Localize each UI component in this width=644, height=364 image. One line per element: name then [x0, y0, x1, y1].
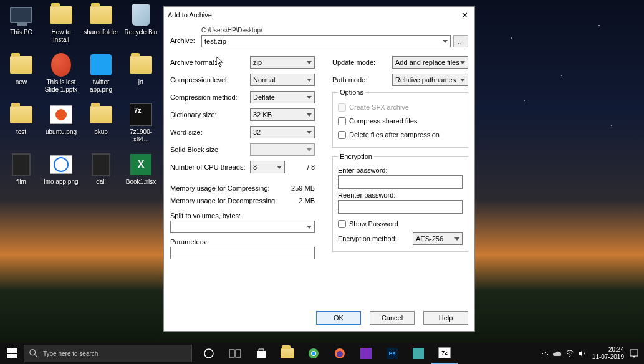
svg-rect-12: [630, 350, 638, 356]
compress-shared-checkbox[interactable]: [338, 117, 346, 125]
cpu-threads-select[interactable]: 8: [250, 161, 285, 173]
desktop-icon[interactable]: dail: [82, 152, 120, 186]
film-icon: [89, 152, 113, 177]
update-mode-select[interactable]: Add and replace files: [392, 56, 468, 69]
taskbar-7zip-icon[interactable]: 7z: [431, 343, 458, 364]
desktop-icon[interactable]: This PC: [2, 2, 40, 44]
tray-wifi-icon[interactable]: [564, 343, 576, 364]
browse-button[interactable]: ...: [453, 35, 468, 47]
parameters-label: Parameters:: [170, 238, 315, 246]
clock[interactable]: 20:2411-07-2019: [589, 346, 628, 361]
notifications-icon[interactable]: [628, 343, 640, 364]
task-view-icon[interactable]: [222, 343, 248, 364]
archive-format-select[interactable]: zip: [250, 56, 315, 69]
delete-after-checkbox[interactable]: [338, 131, 346, 139]
desktop-icon[interactable]: jrt: [122, 52, 160, 93]
tw-icon: [89, 52, 113, 77]
parameters-input[interactable]: [170, 247, 315, 259]
show-password-checkbox[interactable]: [338, 220, 346, 228]
mem-compress-label: Memory usage for Compressing:: [170, 184, 270, 192]
desktop-icon[interactable]: sharedfolder: [82, 2, 120, 44]
desktop-icon[interactable]: ubuntu.png: [42, 102, 80, 143]
taskbar-chrome-icon[interactable]: [300, 343, 327, 364]
svg-rect-5: [257, 351, 266, 358]
taskbar-onenote-icon[interactable]: [353, 343, 379, 364]
search-input[interactable]: Type here to search: [24, 345, 192, 362]
desktop-icon-label: ubuntu.png: [46, 128, 77, 136]
desktop-icon[interactable]: test: [2, 102, 40, 143]
desktop-icon-label: film: [16, 178, 26, 186]
folder-icon: [128, 52, 153, 77]
mem-decompress-value: 2 MB: [299, 197, 315, 204]
xls-icon: X: [128, 152, 153, 177]
film-icon: [9, 152, 34, 177]
delete-after-label: Delete files after compression: [349, 131, 440, 138]
desktop-icon[interactable]: twitter app.png: [82, 52, 120, 93]
desktop-icon[interactable]: 7z1900-x64...: [122, 102, 160, 143]
desktop-icon[interactable]: film: [2, 152, 40, 186]
cortana-icon[interactable]: [196, 343, 222, 364]
ppt-icon: [49, 52, 74, 77]
path-mode-label: Path mode:: [332, 76, 392, 84]
archive-name-combo[interactable]: test.zip: [201, 35, 451, 47]
titlebar[interactable]: Add to Archive ✕: [164, 7, 474, 23]
desktop-icon-label: test: [16, 128, 26, 136]
create-sfx-checkbox: [338, 103, 346, 112]
archive-path: C:\Users\HP\Desktop\: [201, 27, 468, 34]
ok-button[interactable]: OK: [316, 311, 361, 325]
system-tray: 20:2411-07-2019: [539, 343, 644, 364]
close-button[interactable]: ✕: [458, 9, 471, 21]
taskbar-app-icon[interactable]: [405, 343, 431, 364]
cancel-button[interactable]: Cancel: [370, 311, 415, 325]
svg-point-8: [312, 352, 315, 355]
mem-decompress-label: Memory usage for Decompressing:: [170, 197, 277, 204]
pc-icon: [9, 2, 34, 27]
svg-point-2: [204, 349, 213, 358]
tray-onedrive-icon[interactable]: [551, 343, 564, 364]
search-placeholder: Type here to search: [43, 350, 98, 357]
enc-method-select[interactable]: AES-256: [413, 232, 463, 245]
desktop-icon[interactable]: bkup: [82, 102, 120, 143]
create-sfx-label: Create SFX archive: [349, 103, 409, 111]
folder-icon: [49, 2, 74, 27]
desktop-icon-label: This is lest Slide 1.pptx: [42, 79, 80, 93]
start-button[interactable]: [0, 343, 24, 364]
add-to-archive-dialog: Add to Archive ✕ Archive: C:\Users\HP\De…: [163, 6, 475, 332]
svg-point-0: [30, 350, 36, 355]
clock-time: 20:24: [592, 346, 624, 353]
desktop-icon-label: jrt: [138, 79, 143, 86]
reenter-password-label: Reenter password:: [338, 191, 463, 199]
desktop-icon[interactable]: imo app.png: [42, 152, 80, 186]
search-icon: [29, 349, 38, 358]
desktop-icon[interactable]: This is lest Slide 1.pptx: [42, 52, 80, 93]
repassword-input[interactable]: [338, 200, 463, 214]
taskbar-explorer-icon[interactable]: [274, 343, 300, 364]
taskbar-store-icon[interactable]: [248, 343, 274, 364]
svg-rect-3: [229, 350, 234, 357]
help-button[interactable]: Help: [423, 311, 468, 325]
desktop-icon-label: sharedfolder: [84, 29, 118, 36]
tray-chevron-icon[interactable]: [539, 343, 551, 364]
taskbar-firefox-icon[interactable]: [327, 343, 353, 364]
enc-method-label: Encryption method:: [338, 235, 413, 242]
path-mode-select[interactable]: Relative pathnames: [392, 74, 468, 86]
taskbar-photoshop-icon[interactable]: Ps: [379, 343, 405, 364]
desktop-icon-label: dail: [96, 178, 106, 186]
folder-icon: [9, 52, 34, 77]
word-size-select[interactable]: 32: [250, 126, 315, 138]
password-input[interactable]: [338, 175, 463, 189]
encryption-group: Encryption Enter password: Reenter passw…: [332, 153, 468, 252]
desktop-icon[interactable]: Recycle Bin: [122, 2, 160, 44]
windows-icon: [7, 348, 17, 358]
tray-volume-icon[interactable]: [576, 343, 589, 364]
compression-method-select[interactable]: Deflate: [250, 91, 315, 103]
desktop-icon[interactable]: new: [2, 52, 40, 93]
solid-block-label: Solid Block size:: [170, 146, 250, 153]
compression-level-select[interactable]: Normal: [250, 74, 315, 86]
svg-point-10: [337, 351, 343, 357]
desktop-icon[interactable]: XBook1.xlsx: [122, 152, 160, 186]
desktop-icon[interactable]: How to Install Gues...: [42, 2, 80, 44]
compression-level-label: Compression level:: [170, 76, 250, 84]
dictionary-size-select[interactable]: 32 KB: [250, 108, 315, 121]
split-volumes-combo[interactable]: [170, 221, 315, 233]
